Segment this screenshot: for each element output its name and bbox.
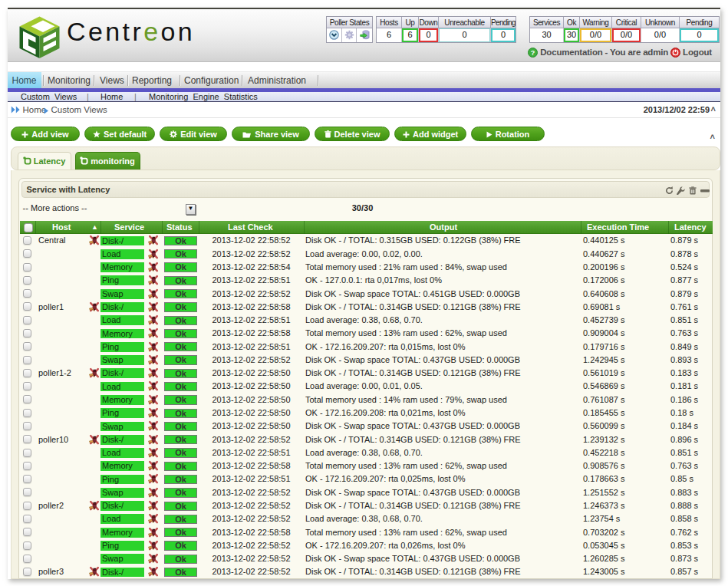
svg-text:?: ? (531, 49, 535, 57)
